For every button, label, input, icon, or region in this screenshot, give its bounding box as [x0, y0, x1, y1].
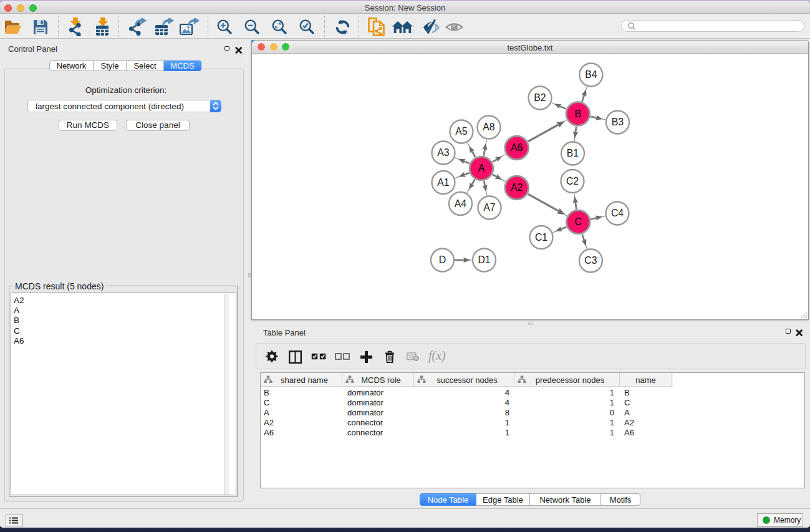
svg-text:A2: A2 — [511, 182, 523, 193]
svg-text:B4: B4 — [585, 69, 597, 80]
svg-text:A8: A8 — [483, 122, 495, 132]
svg-text:D: D — [439, 254, 446, 265]
svg-text:B2: B2 — [534, 92, 546, 103]
svg-text:C: C — [575, 216, 582, 227]
svg-text:A4: A4 — [455, 198, 467, 209]
svg-text:B3: B3 — [612, 117, 624, 127]
svg-text:A5: A5 — [455, 126, 468, 137]
svg-text:C1: C1 — [535, 232, 547, 243]
svg-text:A: A — [478, 163, 485, 173]
svg-text:A1: A1 — [437, 177, 450, 188]
svg-text:C2: C2 — [566, 176, 579, 186]
svg-text:B1: B1 — [567, 148, 579, 158]
svg-text:A3: A3 — [437, 147, 450, 158]
svg-text:A6: A6 — [511, 142, 523, 153]
svg-text:B: B — [575, 109, 582, 119]
svg-text:D1: D1 — [478, 254, 490, 265]
svg-text:A7: A7 — [483, 202, 495, 213]
svg-text:C4: C4 — [611, 208, 624, 218]
svg-text:C3: C3 — [584, 255, 597, 266]
